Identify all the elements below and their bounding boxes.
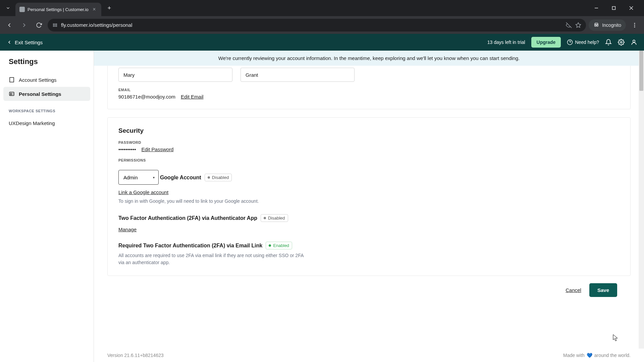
svg-marker-9 bbox=[576, 22, 581, 27]
email-value: 9018671e@moodjoy.com bbox=[118, 94, 175, 100]
password-label: PASSWORD bbox=[118, 140, 620, 144]
tfa-app-manage-row: Manage bbox=[118, 227, 620, 232]
tfa-email-help-text: All accounts are required to use 2FA via… bbox=[118, 252, 306, 266]
incognito-badge[interactable]: Incognito bbox=[589, 19, 626, 31]
tfa-email-title: Required Two Factor Authentication (2FA)… bbox=[118, 243, 262, 249]
main-content: We're currently reviewing your account i… bbox=[94, 51, 644, 362]
svg-rect-6 bbox=[53, 25, 55, 26]
window-controls bbox=[589, 3, 641, 13]
save-button[interactable]: Save bbox=[589, 283, 617, 297]
tab-bar: Personal Settings | Customer.io × + bbox=[0, 0, 644, 16]
google-status-text: Disabled bbox=[212, 175, 229, 180]
new-tab-button[interactable]: + bbox=[104, 3, 115, 13]
svg-point-12 bbox=[634, 23, 635, 24]
sidebar-title: Settings bbox=[3, 57, 90, 73]
forward-button[interactable] bbox=[18, 19, 30, 31]
need-help-link[interactable]: Need help? bbox=[567, 39, 599, 45]
minimize-button[interactable] bbox=[589, 3, 604, 13]
edit-email-link[interactable]: Edit Email bbox=[181, 94, 204, 100]
link-google-account-link[interactable]: Link a Google account bbox=[118, 189, 168, 195]
tab-title: Personal Settings | Customer.io bbox=[28, 7, 89, 12]
svg-rect-5 bbox=[55, 24, 57, 25]
svg-point-18 bbox=[633, 40, 635, 42]
status-dot-icon bbox=[208, 176, 210, 179]
name-row bbox=[118, 68, 620, 82]
close-window-button[interactable] bbox=[624, 3, 639, 13]
browser-menu-button[interactable] bbox=[629, 19, 641, 31]
status-dot-icon bbox=[269, 244, 271, 247]
svg-point-17 bbox=[621, 42, 622, 43]
scrollbar-thumb[interactable] bbox=[639, 51, 643, 91]
bookmark-icon[interactable] bbox=[575, 22, 581, 28]
status-dot-icon bbox=[264, 217, 266, 219]
address-bar[interactable]: fly.customer.io/settings/personal bbox=[48, 19, 586, 32]
tab-search-button[interactable] bbox=[3, 3, 13, 13]
last-name-input[interactable] bbox=[240, 68, 355, 82]
profile-card: EMAIL 9018671e@moodjoy.com Edit Email bbox=[107, 66, 631, 109]
url-text: fly.customer.io/settings/personal bbox=[61, 22, 562, 28]
app-header: Exit Settings 13 days left in trial Upgr… bbox=[0, 34, 644, 51]
reload-button[interactable] bbox=[33, 19, 45, 31]
edit-password-link[interactable]: Edit Password bbox=[142, 146, 174, 152]
first-name-group bbox=[118, 68, 232, 82]
address-bar-row: fly.customer.io/settings/personal Incogn… bbox=[0, 16, 644, 34]
svg-point-13 bbox=[634, 24, 635, 25]
password-masked: •••••••••• bbox=[118, 146, 136, 152]
permissions-select[interactable]: Admin bbox=[118, 170, 159, 185]
trial-text: 13 days left in trial bbox=[487, 40, 525, 45]
svg-rect-7 bbox=[55, 25, 57, 26]
svg-rect-4 bbox=[53, 24, 55, 25]
incognito-label: Incognito bbox=[602, 22, 621, 28]
sidebar-item-account-settings[interactable]: Account Settings bbox=[3, 73, 90, 87]
sidebar-item-label: Personal Settings bbox=[19, 91, 61, 97]
id-card-icon bbox=[9, 91, 15, 97]
sidebar-item-personal-settings[interactable]: Personal Settings bbox=[3, 87, 90, 101]
tab-close-icon[interactable]: × bbox=[91, 6, 97, 12]
made-with-text: Made with 💙 around the world. bbox=[563, 353, 631, 358]
security-card: Security PASSWORD •••••••••• Edit Passwo… bbox=[107, 117, 631, 276]
scrollbar-track[interactable] bbox=[639, 51, 644, 362]
svg-rect-1 bbox=[612, 7, 615, 10]
google-link-row: Link a Google account bbox=[118, 189, 620, 195]
sidebar: Settings Account Settings Personal Setti… bbox=[0, 51, 94, 362]
svg-point-14 bbox=[634, 26, 635, 27]
google-account-title: Google Account bbox=[160, 175, 201, 181]
tfa-app-title-row: Two Factor Authentication (2FA) via Auth… bbox=[118, 214, 288, 222]
heart-icon: 💙 bbox=[587, 353, 592, 358]
google-status-badge: Disabled bbox=[205, 174, 232, 181]
notifications-icon[interactable] bbox=[605, 39, 612, 46]
review-banner: We're currently reviewing your account i… bbox=[94, 51, 644, 66]
sidebar-item-workspace[interactable]: UXDesign Marketing bbox=[3, 116, 90, 130]
exit-settings-link[interactable]: Exit Settings bbox=[7, 40, 43, 45]
header-right: 13 days left in trial Upgrade Need help? bbox=[487, 37, 637, 48]
site-settings-icon[interactable] bbox=[52, 22, 58, 28]
workspace-section-label: WORKSPACE SETTINGS bbox=[3, 101, 90, 116]
back-button[interactable] bbox=[3, 19, 15, 31]
upgrade-button[interactable]: Upgrade bbox=[531, 37, 561, 48]
first-name-input[interactable] bbox=[118, 68, 232, 82]
tfa-app-title: Two Factor Authentication (2FA) via Auth… bbox=[118, 215, 257, 221]
google-help-text: To sign in with Google, you will need to… bbox=[118, 198, 306, 205]
app-body: Settings Account Settings Personal Setti… bbox=[0, 51, 644, 362]
svg-rect-19 bbox=[10, 77, 14, 82]
google-account-title-row: Google Account Disabled bbox=[160, 174, 232, 181]
browser-tab[interactable]: Personal Settings | Customer.io × bbox=[15, 3, 101, 16]
browser-chrome: Personal Settings | Customer.io × + bbox=[0, 0, 644, 34]
svg-point-25 bbox=[10, 93, 11, 94]
sidebar-item-label: UXDesign Marketing bbox=[9, 120, 55, 126]
actions-row: Cancel Save bbox=[107, 276, 631, 297]
cancel-button[interactable]: Cancel bbox=[566, 287, 581, 293]
permissions-select-wrap: Admin ▾ bbox=[118, 170, 159, 185]
tfa-email-status-text: Enabled bbox=[273, 243, 289, 248]
manage-tfa-link[interactable]: Manage bbox=[118, 227, 137, 232]
settings-icon[interactable] bbox=[618, 39, 625, 46]
last-name-group bbox=[240, 68, 355, 82]
email-label: EMAIL bbox=[118, 88, 620, 92]
maximize-button[interactable] bbox=[606, 3, 621, 13]
banner-text: We're currently reviewing your account i… bbox=[218, 55, 520, 61]
email-row: 9018671e@moodjoy.com Edit Email bbox=[118, 94, 620, 100]
profile-icon[interactable] bbox=[631, 39, 637, 46]
tfa-app-status-text: Disabled bbox=[268, 216, 285, 221]
svg-point-11 bbox=[597, 25, 598, 26]
eye-off-icon[interactable] bbox=[566, 22, 572, 28]
